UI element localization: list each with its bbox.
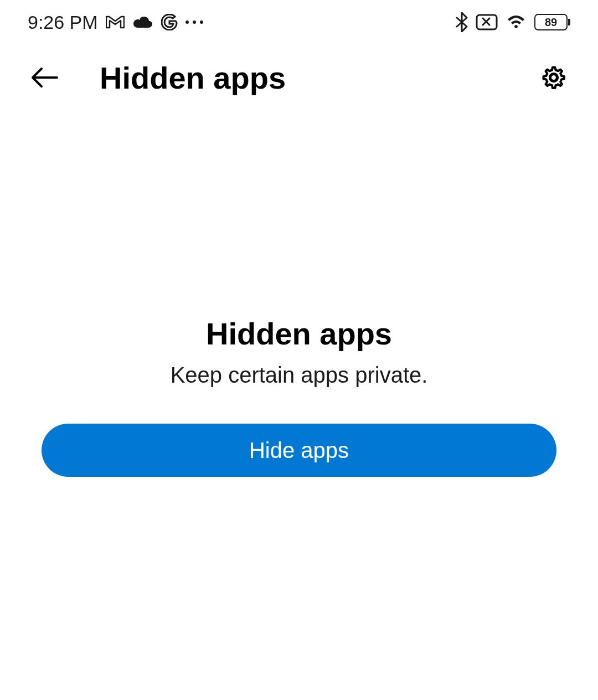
do-not-disturb-icon	[476, 14, 498, 30]
battery-level: 89	[545, 16, 557, 29]
arrow-left-icon	[30, 66, 58, 89]
status-bar-left: 9:26 PM	[28, 12, 203, 33]
hide-apps-button[interactable]: Hide apps	[42, 424, 556, 477]
status-bar-right: 89	[456, 12, 570, 32]
more-dots-icon	[185, 20, 203, 24]
cloud-icon	[132, 16, 153, 29]
content-title: Hidden apps	[206, 316, 392, 352]
gear-icon	[540, 64, 568, 91]
status-time: 9:26 PM	[28, 12, 98, 33]
app-bar: Hidden apps	[0, 44, 598, 111]
wifi-icon	[506, 14, 527, 30]
bluetooth-icon	[456, 12, 468, 32]
page-title: Hidden apps	[100, 60, 537, 96]
main-content: Hidden apps Keep certain apps private. H…	[0, 316, 598, 477]
battery-icon: 89	[534, 14, 570, 30]
status-bar: 9:26 PM	[0, 0, 598, 44]
google-icon	[161, 14, 178, 30]
content-subtitle: Keep certain apps private.	[171, 363, 428, 388]
settings-button[interactable]	[537, 64, 570, 91]
gmail-icon	[106, 15, 125, 29]
back-button[interactable]	[28, 66, 61, 89]
